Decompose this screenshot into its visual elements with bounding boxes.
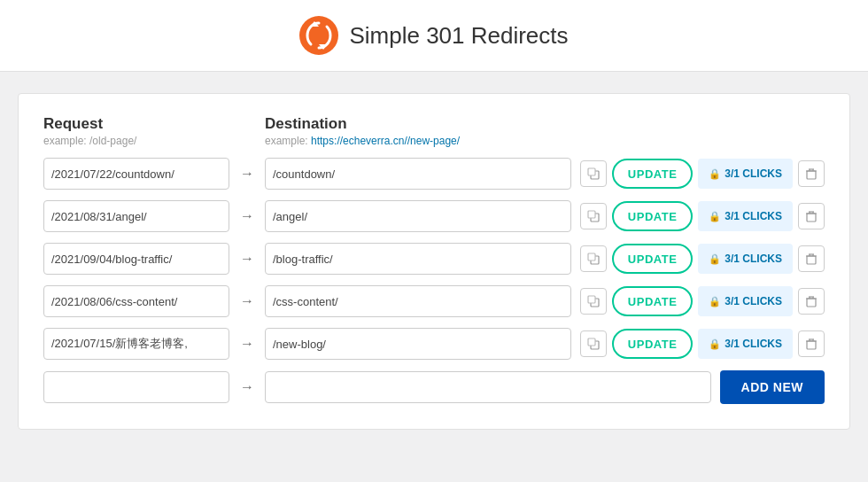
clicks-label-2: 3/1 CLICKS [725,253,782,265]
update-button-2[interactable]: UPDATE [612,244,693,274]
clicks-button-0[interactable]: 🔒 3/1 CLICKS [698,159,793,189]
delete-button-1[interactable] [798,203,825,229]
clicks-button-4[interactable]: 🔒 3/1 CLICKS [698,329,793,359]
request-label: Request [43,115,229,133]
update-button-1[interactable]: UPDATE [612,201,693,231]
new-request-input[interactable] [43,371,229,403]
table-row: → UPDATE 🔒 3/1 CLICKS [43,285,825,317]
update-button-0[interactable]: UPDATE [612,159,693,189]
table-row: → UPDATE 🔒 3/1 CLICKS [43,200,825,232]
request-input-2[interactable] [43,243,229,275]
update-button-4[interactable]: UPDATE [612,329,693,359]
new-redirect-row: → ADD NEW [43,370,825,404]
update-button-3[interactable]: UPDATE [612,286,693,316]
lock-icon-4: 🔒 [709,338,721,350]
main-card: Request example: /old-page/ Destination … [18,93,850,430]
clicks-button-2[interactable]: 🔒 3/1 CLICKS [698,244,793,274]
svg-rect-18 [588,253,595,260]
delete-button-2[interactable] [798,245,825,272]
arrow-spacer [229,115,265,147]
destination-input-4[interactable] [265,328,571,360]
new-destination-input[interactable] [265,371,711,403]
destination-input-1[interactable] [265,200,571,232]
svg-rect-32 [588,338,595,346]
request-input-0[interactable] [43,158,229,190]
app-logo [299,16,338,55]
request-example: example: /old-page/ [43,135,229,147]
arrow-0: → [229,166,265,182]
svg-rect-25 [588,296,595,303]
destination-input-0[interactable] [265,158,571,190]
clicks-button-1[interactable]: 🔒 3/1 CLICKS [698,201,793,231]
row-actions-2: UPDATE 🔒 3/1 CLICKS [580,244,825,274]
table-row: → UPDATE 🔒 3/1 CLICKS [43,158,825,190]
clicks-label-0: 3/1 CLICKS [725,167,782,180]
table-row: → UPDATE 🔒 3/1 CLICKS [43,328,825,360]
delete-button-0[interactable] [798,160,825,187]
copy-button-4[interactable] [580,330,607,357]
request-input-1[interactable] [43,200,229,232]
svg-rect-5 [807,171,816,179]
request-input-3[interactable] [43,285,229,317]
table-row: → UPDATE 🔒 3/1 CLICKS [43,243,825,275]
lock-icon-2: 🔒 [709,253,721,265]
add-new-button[interactable]: ADD NEW [720,370,825,404]
app-title: Simple 301 Redirects [349,22,568,50]
row-actions-3: UPDATE 🔒 3/1 CLICKS [580,286,825,316]
delete-button-3[interactable] [798,288,825,315]
lock-icon-3: 🔒 [709,296,721,307]
delete-button-4[interactable] [798,330,825,357]
copy-button-2[interactable] [580,245,607,272]
request-column-header: Request example: /old-page/ [43,115,229,147]
svg-rect-19 [807,256,816,264]
destination-label: Destination [265,115,825,133]
svg-rect-33 [807,341,816,349]
row-actions-1: UPDATE 🔒 3/1 CLICKS [580,201,825,231]
arrow-3: → [229,293,265,309]
destination-input-3[interactable] [265,285,571,317]
svg-rect-26 [807,299,816,307]
copy-button-3[interactable] [580,288,607,315]
request-input-4[interactable] [43,328,229,360]
clicks-label-3: 3/1 CLICKS [725,295,782,307]
copy-button-1[interactable] [580,203,607,229]
row-actions-0: UPDATE 🔒 3/1 CLICKS [580,159,825,189]
svg-rect-12 [807,214,816,222]
new-row-actions: ADD NEW [720,370,825,404]
app-header: Simple 301 Redirects [0,0,868,72]
svg-rect-4 [588,168,595,175]
new-row-arrow: → [229,379,265,395]
lock-icon-1: 🔒 [709,211,721,222]
arrow-2: → [229,251,265,267]
destination-example: example: https://echeverra.cn//new-page/ [265,135,825,147]
arrow-1: → [229,208,265,224]
clicks-button-3[interactable]: 🔒 3/1 CLICKS [698,286,793,316]
copy-button-0[interactable] [580,160,607,187]
clicks-label-4: 3/1 CLICKS [725,338,782,350]
arrow-4: → [229,336,265,352]
columns-header: Request example: /old-page/ Destination … [43,115,825,147]
lock-icon-0: 🔒 [709,168,721,180]
destination-column-header: Destination example: https://echeverra.c… [265,115,825,147]
clicks-label-1: 3/1 CLICKS [725,210,782,222]
destination-input-2[interactable] [265,243,571,275]
row-actions-4: UPDATE 🔒 3/1 CLICKS [580,329,825,359]
redirect-rows-container: → UPDATE 🔒 3/1 CLICKS [43,158,825,360]
destination-example-link: https://echeverra.cn//new-page/ [311,135,460,147]
svg-rect-11 [588,211,595,218]
